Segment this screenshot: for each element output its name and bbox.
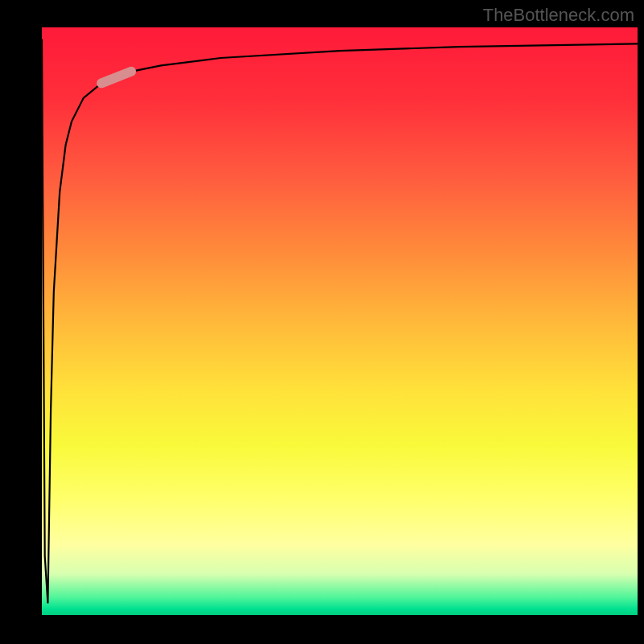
curve-marker — [101, 72, 131, 84]
chart-svg — [42, 27, 638, 615]
watermark-text: TheBottleneck.com — [483, 5, 634, 26]
curve-line — [42, 39, 638, 604]
